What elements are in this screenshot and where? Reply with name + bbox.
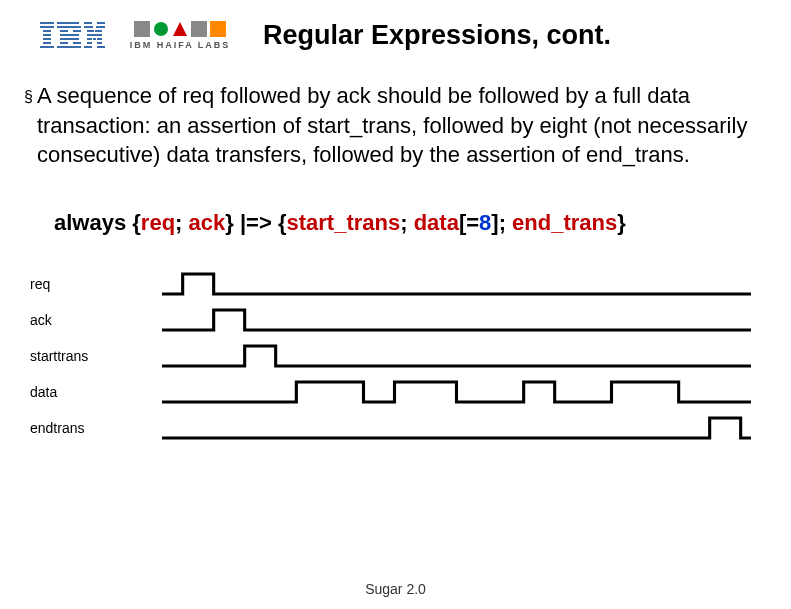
- svg-rect-27: [87, 42, 92, 44]
- svg-rect-19: [84, 26, 93, 28]
- svg-rect-18: [97, 22, 105, 24]
- svg-rect-11: [73, 30, 81, 32]
- code-sig-ack: ack: [189, 210, 226, 235]
- svg-rect-1: [40, 26, 54, 28]
- code-sig-end: end_trans: [512, 210, 617, 235]
- svg-rect-23: [87, 34, 102, 36]
- wave-ack: [162, 302, 751, 338]
- svg-rect-29: [84, 46, 92, 48]
- label-data: data: [30, 384, 162, 400]
- wave-starttrans: [162, 338, 751, 374]
- code-semi1: ;: [175, 210, 188, 235]
- code-sig-req: req: [141, 210, 175, 235]
- label-endtrans: endtrans: [30, 420, 162, 436]
- code-brace-close: }: [617, 210, 626, 235]
- svg-rect-30: [97, 46, 105, 48]
- svg-rect-10: [60, 30, 68, 32]
- svg-rect-9: [57, 26, 81, 28]
- svg-rect-6: [40, 46, 54, 48]
- code-bracket-open: [=: [459, 210, 479, 235]
- svg-rect-22: [95, 30, 102, 32]
- bullet-icon: §: [24, 86, 33, 170]
- wave-req: [162, 266, 751, 302]
- slide-title: Regular Expressions, cont.: [263, 20, 611, 51]
- svg-rect-4: [43, 38, 51, 40]
- svg-rect-15: [73, 42, 81, 44]
- code-bracket-close: ];: [491, 210, 512, 235]
- timing-row-endtrans: endtrans: [30, 410, 751, 446]
- code-num-8: 8: [479, 210, 491, 235]
- haifa-shape-orange: [210, 21, 226, 37]
- label-req: req: [30, 276, 162, 292]
- timing-row-ack: ack: [30, 302, 751, 338]
- code-impl: } |=> {: [225, 210, 286, 235]
- timing-row-req: req: [30, 266, 751, 302]
- haifa-shape-gray2: [191, 21, 207, 37]
- code-expression: always {req; ack} |=> {start_trans; data…: [0, 170, 791, 236]
- slide-footer: Sugar 2.0: [0, 581, 791, 597]
- haifa-text: IBM HAIFA LABS: [130, 40, 231, 50]
- label-ack: ack: [30, 312, 162, 328]
- svg-rect-12: [60, 34, 79, 36]
- timing-diagram: req ack starttrans data endtrans: [0, 236, 791, 446]
- slide-header: IBM HAIFA LABS Regular Expressions, cont…: [0, 0, 791, 51]
- timing-row-data: data: [30, 374, 751, 410]
- haifa-shape-gray: [134, 21, 150, 37]
- svg-rect-2: [43, 30, 51, 32]
- svg-rect-13: [60, 38, 79, 40]
- wave-data: [162, 374, 751, 410]
- svg-rect-25: [93, 38, 96, 40]
- svg-rect-16: [57, 46, 81, 48]
- slide-body: § A sequence of req followed by ack shou…: [0, 51, 791, 170]
- svg-rect-24: [87, 38, 92, 40]
- timing-row-starttrans: starttrans: [30, 338, 751, 374]
- code-sig-data: data: [414, 210, 459, 235]
- code-sig-start: start_trans: [286, 210, 400, 235]
- paragraph-text: A sequence of req followed by ack should…: [37, 81, 761, 170]
- svg-rect-5: [43, 42, 51, 44]
- svg-rect-28: [97, 42, 102, 44]
- code-semi2: ;: [400, 210, 413, 235]
- svg-rect-26: [97, 38, 102, 40]
- svg-rect-8: [57, 22, 79, 24]
- code-kw-always: always {: [54, 210, 141, 235]
- svg-marker-31: [173, 22, 187, 36]
- svg-rect-17: [84, 22, 92, 24]
- svg-rect-14: [60, 42, 68, 44]
- svg-rect-3: [43, 34, 51, 36]
- svg-rect-0: [40, 22, 54, 24]
- haifa-shapes: [134, 21, 226, 37]
- wave-endtrans: [162, 410, 751, 446]
- svg-rect-21: [87, 30, 94, 32]
- ibm-logo: [40, 22, 105, 50]
- haifa-shape-red: [172, 21, 188, 37]
- haifa-shape-green: [153, 21, 169, 37]
- haifa-labs-logo: IBM HAIFA LABS: [115, 21, 245, 50]
- svg-rect-20: [96, 26, 105, 28]
- label-starttrans: starttrans: [30, 348, 162, 364]
